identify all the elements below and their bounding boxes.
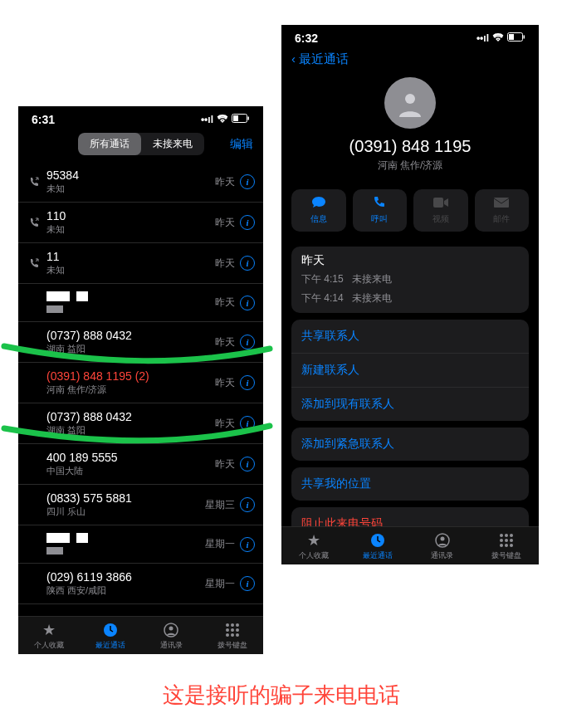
status-icons: ••ıl <box>476 32 525 44</box>
menu-item[interactable]: 新建联系人 <box>291 353 529 387</box>
tab-missed-calls[interactable]: 未接来电 <box>141 133 204 155</box>
info-icon[interactable]: i <box>240 416 255 431</box>
video-button: 视频 <box>413 189 468 232</box>
svg-point-9 <box>226 628 229 632</box>
call-row[interactable]: 95384未知昨天i <box>18 162 263 203</box>
svg-point-24 <box>500 534 503 537</box>
call-name <box>46 532 205 545</box>
call-row[interactable]: (029) 6119 3866陕西 西安/咸阳星期一i <box>18 564 263 604</box>
svg-point-10 <box>231 628 234 632</box>
menu-item[interactable]: 添加到紧急联系人 <box>291 428 529 461</box>
nav-bar: ‹ 最近通话 <box>281 48 539 72</box>
info-icon[interactable]: i <box>240 375 255 390</box>
wifi-icon <box>217 114 228 125</box>
call-row[interactable]: (0391) 848 1195 (2)河南 焦作/济源昨天i <box>18 363 263 403</box>
call-name: 95384 <box>46 169 215 182</box>
info-icon[interactable]: i <box>240 174 255 189</box>
edit-button[interactable]: 编辑 <box>230 137 253 152</box>
info-icon[interactable]: i <box>240 296 255 310</box>
filter-segmented-control[interactable]: 所有通话 未接来电 <box>78 133 204 155</box>
call-location <box>46 305 215 315</box>
svg-point-12 <box>226 633 229 637</box>
call-time: 星期三 <box>205 498 235 512</box>
call-button[interactable]: 呼叫 <box>353 189 408 232</box>
info-icon[interactable]: i <box>240 335 255 349</box>
action-buttons: 信息 呼叫 视频 邮件 <box>281 181 539 240</box>
svg-rect-16 <box>509 34 514 40</box>
call-location: 未知 <box>46 264 215 276</box>
svg-point-28 <box>505 539 508 542</box>
message-icon <box>311 196 326 211</box>
call-row[interactable]: 星期一i <box>18 525 263 564</box>
call-time: 昨天 <box>215 175 235 189</box>
call-location: 中国大陆 <box>46 465 215 477</box>
menu-item[interactable]: 共享联系人 <box>291 320 529 353</box>
keypad-icon <box>499 532 514 549</box>
filter-row: 所有通话 未接来电 编辑 <box>18 129 263 162</box>
call-time: 昨天 <box>215 257 235 271</box>
svg-point-5 <box>169 627 173 631</box>
call-row[interactable]: 400 189 5555中国大陆昨天i <box>18 444 263 485</box>
call-time: 昨天 <box>215 296 235 310</box>
message-button[interactable]: 信息 <box>291 189 346 232</box>
tab-keypad[interactable]: 拨号键盘 <box>475 532 540 561</box>
tab-bar: ★ 个人收藏 最近通话 通讯录 拨号键盘 <box>281 526 539 564</box>
back-button[interactable]: ‹ 最近通话 <box>291 51 349 66</box>
emergency-card: 添加到紧急联系人 <box>291 428 529 461</box>
info-icon[interactable]: i <box>240 457 255 471</box>
call-time: 昨天 <box>215 216 235 230</box>
log-date: 昨天 <box>291 247 529 270</box>
svg-rect-20 <box>494 198 509 208</box>
call-time: 昨天 <box>215 335 235 349</box>
info-icon[interactable]: i <box>240 497 255 512</box>
contact-header: (0391) 848 1195 河南 焦作/济源 <box>281 72 539 181</box>
clock-icon <box>102 622 119 638</box>
call-time: 昨天 <box>215 457 235 471</box>
svg-point-29 <box>510 539 513 542</box>
call-time: 昨天 <box>215 376 235 390</box>
tab-recents[interactable]: 最近通话 <box>346 532 411 561</box>
tab-contacts[interactable]: 通讯录 <box>141 622 203 651</box>
call-row[interactable]: (0833) 575 5881四川 乐山星期三i <box>18 485 263 525</box>
call-row[interactable]: 11未知昨天i <box>18 243 263 284</box>
tab-recents[interactable]: 最近通话 <box>80 622 141 651</box>
call-row[interactable]: 110未知昨天i <box>18 203 263 243</box>
call-name: (0737) 888 0432 <box>46 329 215 342</box>
svg-point-6 <box>226 623 229 627</box>
menu-item[interactable]: 共享我的位置 <box>291 467 529 501</box>
person-icon <box>163 622 179 638</box>
outgoing-icon <box>27 258 42 268</box>
call-row[interactable]: (0737) 888 0432湖南 益阳昨天i <box>18 403 263 444</box>
mail-button: 邮件 <box>475 189 530 232</box>
svg-point-26 <box>510 534 513 537</box>
tab-favorites[interactable]: ★ 个人收藏 <box>281 532 346 561</box>
call-row[interactable]: 昨天i <box>18 284 263 322</box>
log-row: 下午 4:14未接来电 <box>291 289 529 308</box>
call-time: 昨天 <box>215 417 235 431</box>
info-icon[interactable]: i <box>240 256 255 271</box>
call-list[interactable]: 95384未知昨天i110未知昨天i11未知昨天i 昨天i(0737) 888 … <box>18 162 263 604</box>
tab-keypad[interactable]: 拨号键盘 <box>202 622 263 651</box>
info-icon[interactable]: i <box>240 576 255 591</box>
call-row[interactable]: (0737) 888 0432湖南 益阳昨天i <box>18 322 263 363</box>
call-location: 未知 <box>46 223 215 236</box>
tab-contacts[interactable]: 通讯录 <box>410 532 475 561</box>
svg-point-30 <box>500 544 503 547</box>
svg-point-8 <box>236 623 239 627</box>
clock: 6:31 <box>32 113 55 126</box>
svg-point-25 <box>505 534 508 537</box>
info-icon[interactable]: i <box>240 537 255 552</box>
call-name: 400 189 5555 <box>46 451 215 464</box>
tab-favorites[interactable]: ★ 个人收藏 <box>18 622 80 651</box>
menu-item[interactable]: 添加到现有联系人 <box>291 387 529 421</box>
contact-detail-screen: 6:32 ••ıl ‹ 最近通话 (0391) 848 1195 河南 焦作/济… <box>281 25 539 564</box>
contact-actions-card: 共享联系人新建联系人添加到现有联系人 <box>291 320 529 421</box>
contact-location: 河南 焦作/济源 <box>281 159 539 173</box>
svg-point-23 <box>440 537 444 541</box>
call-name: (029) 6119 3866 <box>46 570 205 584</box>
info-icon[interactable]: i <box>240 215 255 230</box>
phone-icon <box>373 196 386 211</box>
star-icon: ★ <box>307 532 320 549</box>
svg-point-13 <box>231 633 234 637</box>
tab-all-calls[interactable]: 所有通话 <box>78 133 141 155</box>
